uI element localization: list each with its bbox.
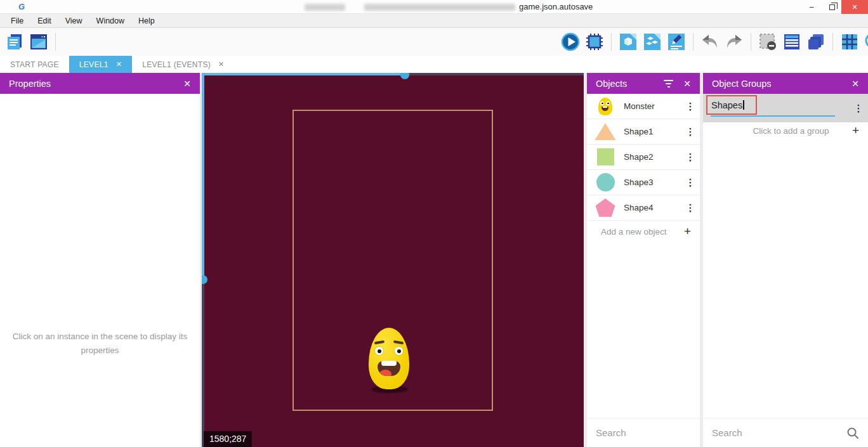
objects-list: Monster ⋮ Shape1 ⋮ Shape2 ⋮ Shape3 ⋮ Sha…	[587, 94, 700, 242]
menu-edit[interactable]: Edit	[30, 16, 58, 25]
vertical-scrollbar[interactable]	[202, 73, 204, 280]
add-object-label: Add a new object	[601, 227, 667, 236]
object-row-shape4[interactable]: Shape4 ⋮	[587, 195, 700, 221]
object-menu-icon[interactable]: ⋮	[681, 202, 700, 214]
object-row-shape1[interactable]: Shape1 ⋮	[587, 119, 700, 145]
scene-editor-canvas[interactable]: 1580;287	[202, 73, 584, 447]
filter-icon[interactable]	[664, 80, 673, 87]
properties-panel-header: Properties ✕	[0, 73, 200, 94]
monster-eye	[374, 346, 384, 356]
add-object-button[interactable]: Add a new object +	[587, 221, 700, 242]
close-tab-icon[interactable]: ✕	[218, 60, 225, 68]
restore-button[interactable]	[821, 0, 843, 14]
tab-label: LEVEL1 (EVENTS)	[142, 60, 211, 69]
tab-start-page[interactable]: START PAGE	[0, 56, 69, 73]
menu-view[interactable]: View	[58, 16, 89, 25]
object-menu-icon[interactable]: ⋮	[681, 126, 700, 138]
tutorial-highlight-box	[706, 95, 757, 115]
input-focus-underline	[711, 115, 835, 117]
menu-file[interactable]: File	[4, 16, 30, 25]
redo-icon[interactable]	[725, 32, 744, 51]
debugger-icon[interactable]	[585, 32, 604, 51]
project-manager-icon[interactable]	[5, 32, 24, 51]
object-name: Shape1	[624, 127, 681, 136]
objects-panel-header: Objects ✕	[587, 73, 700, 94]
monster-icon	[598, 98, 612, 115]
gdevelop-logo-icon: G	[16, 2, 27, 12]
close-panel-icon[interactable]: ✕	[183, 79, 191, 89]
monster-eyebrow	[374, 340, 385, 345]
tab-level1[interactable]: LEVEL1 ✕	[69, 56, 132, 73]
tab-label: START PAGE	[10, 60, 59, 69]
object-menu-icon[interactable]: ⋮	[681, 177, 700, 188]
square-icon	[597, 148, 614, 165]
groups-search-input[interactable]	[712, 427, 846, 438]
panel-title: Object Groups	[712, 79, 852, 89]
undo-icon[interactable]	[700, 32, 720, 51]
mask-icon[interactable]	[758, 32, 777, 51]
objects-panel: Objects ✕ Monster ⋮ Shape1 ⋮ Shape2 ⋮	[587, 73, 700, 447]
redacted-title-text	[305, 4, 345, 11]
window-title: game.json.autosave	[519, 2, 593, 11]
add-group-button[interactable]: Click to add a group +	[703, 122, 868, 139]
grid-icon[interactable]	[840, 32, 859, 51]
groups-search-row	[703, 418, 868, 447]
properties-panel: Properties ✕ Click on an instance in the…	[0, 73, 200, 447]
start-page-icon[interactable]	[29, 32, 48, 51]
title-bar: G game.json.autosave – ✕	[0, 0, 868, 14]
play-icon[interactable]	[561, 32, 580, 51]
group-name-input[interactable]: Shapes	[703, 94, 849, 122]
pentagon-icon	[596, 198, 615, 217]
object-row-shape3[interactable]: Shape3 ⋮	[587, 170, 700, 195]
horizontal-scrollbar[interactable]	[406, 73, 584, 75]
circle-icon	[596, 173, 615, 191]
monster-body	[369, 328, 409, 389]
object-name: Monster	[624, 101, 681, 111]
object-menu-icon[interactable]: ⋮	[681, 152, 700, 163]
object-name: Shape3	[624, 178, 681, 187]
instances-list-icon[interactable]	[782, 32, 801, 51]
object-groups-panel-header: Object Groups ✕	[703, 73, 868, 94]
gdevelop-window: G game.json.autosave – ✕ File Edit View …	[0, 0, 868, 447]
menu-bar: File Edit View Window Help	[0, 14, 868, 28]
vertical-scrollbar[interactable]	[202, 280, 204, 447]
add-group-label: Click to add a group	[712, 126, 852, 136]
object-menu-icon[interactable]: ⋮	[681, 101, 700, 112]
menu-help[interactable]: Help	[131, 16, 162, 25]
object-name: Shape4	[624, 203, 681, 212]
close-panel-icon[interactable]: ✕	[852, 79, 859, 89]
object-groups-panel: Object Groups ✕ Shapes ⋮ Click to add a …	[703, 73, 868, 447]
scene-properties-icon[interactable]	[667, 32, 686, 51]
scrollbar-handle[interactable]	[202, 275, 207, 284]
plus-icon: +	[852, 124, 859, 138]
close-button[interactable]: ✕	[841, 0, 868, 14]
close-tab-icon[interactable]: ✕	[116, 60, 122, 68]
object-name: Shape2	[624, 152, 681, 162]
triangle-icon	[595, 123, 616, 140]
tab-label: LEVEL1	[79, 60, 109, 69]
close-panel-icon[interactable]: ✕	[683, 79, 691, 89]
scrollbar-handle[interactable]	[400, 73, 409, 79]
object-row-shape2[interactable]: Shape2 ⋮	[587, 145, 700, 170]
monster-eyebrow	[393, 340, 404, 345]
panel-title: Objects	[596, 79, 664, 89]
zoom-1-1-icon[interactable]: 1:1	[864, 32, 868, 51]
horizontal-scrollbar[interactable]	[202, 73, 406, 75]
tab-level1-events[interactable]: LEVEL1 (EVENTS) ✕	[132, 56, 234, 73]
object-row-monster[interactable]: Monster ⋮	[587, 94, 700, 119]
menu-window[interactable]: Window	[89, 16, 131, 25]
objects-editor-icon[interactable]	[619, 32, 638, 51]
search-icon[interactable]	[846, 427, 859, 439]
editor-tab-bar: START PAGE LEVEL1 ✕ LEVEL1 (EVENTS) ✕	[0, 56, 868, 73]
restore-icon	[829, 4, 835, 10]
layers-icon[interactable]	[806, 32, 825, 51]
panel-title: Properties	[9, 79, 183, 89]
monster-eye	[394, 346, 404, 356]
redacted-title-text	[364, 4, 515, 11]
monster-mouth	[378, 361, 400, 376]
monster-instance[interactable]	[368, 325, 410, 393]
toolbar: 1:1	[0, 28, 868, 56]
group-menu-icon[interactable]: ⋮	[849, 103, 868, 114]
object-groups-editor-icon[interactable]	[643, 32, 662, 51]
minimize-button[interactable]: –	[801, 0, 822, 14]
